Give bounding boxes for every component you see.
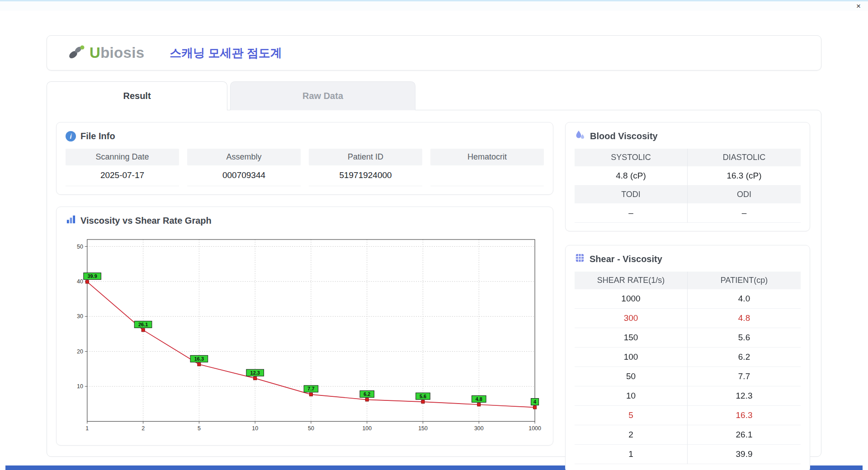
- svg-text:20: 20: [77, 348, 83, 355]
- file-info-field: Hematocrit: [430, 149, 544, 186]
- patient-viscosity-cell: 4.0: [688, 289, 801, 309]
- svg-text:30: 30: [77, 313, 83, 320]
- logo-text-u: U: [90, 44, 100, 61]
- svg-text:1000: 1000: [528, 425, 541, 432]
- bv-value-cell: –: [688, 203, 801, 223]
- patient-viscosity-cell: 16.3: [688, 406, 801, 425]
- svg-text:4: 4: [533, 399, 537, 404]
- shear-rate-cell: 10: [575, 386, 688, 406]
- bv-header-cell: TODI: [575, 186, 688, 203]
- shear-viscosity-table: SHEAR RATE(1/s)PATIENT(cp)10004.03004.81…: [575, 272, 801, 464]
- shear-rate-cell: 1: [575, 445, 688, 464]
- field-label: Assembly: [187, 149, 301, 165]
- svg-text:300: 300: [474, 425, 484, 432]
- shear-rate-cell: 300: [575, 309, 688, 328]
- graph-header: Viscosity vs Shear Rate Graph: [66, 215, 544, 226]
- table-icon: [575, 253, 585, 265]
- patient-viscosity-cell: 12.3: [688, 386, 801, 406]
- svg-text:12.3: 12.3: [250, 370, 260, 376]
- field-value: 000709344: [187, 165, 301, 186]
- logo-text: Ubiosis: [90, 44, 144, 61]
- bv-value-cell: –: [575, 203, 688, 223]
- bv-header-cell: DIASTOLIC: [688, 149, 801, 166]
- app-title: 스캐닝 모세관 점도계: [170, 45, 282, 61]
- file-info-fields: Scanning Date2025-07-17Assembly000709344…: [66, 149, 544, 186]
- file-info-header: i File Info: [66, 131, 544, 141]
- file-info-title: File Info: [80, 131, 115, 141]
- patient-viscosity-cell: 6.2: [688, 348, 801, 367]
- ubiosis-logo: Ubiosis: [67, 43, 144, 62]
- patient-viscosity-cell: 7.7: [688, 367, 801, 386]
- blood-viscosity-header: Blood Viscosity: [575, 131, 801, 141]
- svg-text:100: 100: [362, 425, 372, 432]
- field-label: Hematocrit: [430, 149, 544, 165]
- field-value: 51971924000: [309, 165, 422, 186]
- svg-text:4.8: 4.8: [476, 396, 482, 402]
- shear-viscosity-header: Shear - Viscosity: [575, 254, 801, 264]
- patient-viscosity-cell: 4.8: [688, 309, 801, 328]
- app-header: Ubiosis 스캐닝 모세관 점도계: [47, 35, 821, 70]
- shear-rate-cell: 1000: [575, 289, 688, 309]
- graph-panel: Viscosity vs Shear Rate Graph 1020304050…: [56, 207, 553, 446]
- viscosity-chart-svg: 10203040501251050100150300100039.926.116…: [66, 233, 544, 437]
- blood-viscosity-panel: Blood Viscosity SYSTOLICDIASTOLIC4.8 (cP…: [565, 122, 810, 231]
- left-column: i File Info Scanning Date2025-07-17Assem…: [56, 122, 553, 446]
- svg-text:10: 10: [77, 383, 83, 390]
- tab-result[interactable]: Result: [47, 81, 227, 110]
- blood-drop-icon: [575, 130, 585, 143]
- ubiosis-leaf-icon: [67, 43, 87, 62]
- shear-col-header: SHEAR RATE(1/s): [575, 272, 688, 289]
- svg-text:50: 50: [77, 244, 83, 250]
- field-label: Patient ID: [309, 149, 422, 165]
- info-icon: i: [66, 131, 76, 141]
- logo-text-rest: biosis: [100, 44, 144, 61]
- bv-value-cell: 4.8 (cP): [575, 166, 688, 186]
- close-icon[interactable]: ×: [856, 2, 861, 10]
- svg-text:5: 5: [198, 425, 201, 432]
- svg-text:150: 150: [418, 425, 428, 432]
- svg-text:7.7: 7.7: [307, 386, 314, 391]
- main-page: Ubiosis 스캐닝 모세관 점도계 Result Raw Data i Fi…: [0, 11, 868, 457]
- field-value: 2025-07-17: [66, 165, 179, 186]
- field-label: Scanning Date: [66, 149, 179, 165]
- window-titlebar: ×: [0, 0, 868, 11]
- bv-value-cell: 16.3 (cP): [688, 166, 801, 186]
- blood-viscosity-grid: SYSTOLICDIASTOLIC4.8 (cP)16.3 (cP)TODIOD…: [575, 149, 801, 223]
- shear-rate-cell: 2: [575, 425, 688, 445]
- patient-viscosity-cell: 26.1: [688, 425, 801, 445]
- bv-header-cell: ODI: [688, 186, 801, 203]
- svg-text:40: 40: [77, 278, 83, 285]
- bv-header-cell: SYSTOLIC: [575, 149, 688, 166]
- svg-text:50: 50: [308, 425, 314, 432]
- file-info-field: Assembly000709344: [187, 149, 301, 186]
- tab-bar: Result Raw Data: [47, 81, 821, 110]
- file-info-panel: i File Info Scanning Date2025-07-17Assem…: [56, 122, 553, 195]
- svg-text:1: 1: [85, 425, 89, 432]
- svg-text:10: 10: [252, 425, 258, 432]
- shear-rate-cell: 100: [575, 348, 688, 367]
- patient-viscosity-cell: 39.9: [688, 445, 801, 464]
- result-content: i File Info Scanning Date2025-07-17Assem…: [47, 110, 821, 457]
- svg-text:6.2: 6.2: [363, 391, 370, 397]
- graph-title: Viscosity vs Shear Rate Graph: [80, 216, 212, 226]
- svg-text:2: 2: [142, 425, 145, 432]
- svg-text:5.6: 5.6: [420, 394, 426, 399]
- svg-text:26.1: 26.1: [138, 322, 148, 327]
- shear-rate-cell: 50: [575, 367, 688, 386]
- shear-rate-cell: 150: [575, 328, 688, 348]
- blood-viscosity-title: Blood Viscosity: [590, 131, 658, 141]
- viscosity-chart: 10203040501251050100150300100039.926.116…: [66, 233, 544, 437]
- right-column: Blood Viscosity SYSTOLICDIASTOLIC4.8 (cP…: [565, 122, 810, 446]
- shear-col-header: PATIENT(cp): [688, 272, 801, 289]
- field-value: [430, 165, 544, 186]
- svg-text:16.3: 16.3: [194, 356, 204, 362]
- shear-viscosity-panel: Shear - Viscosity SHEAR RATE(1/s)PATIENT…: [565, 245, 810, 470]
- tab-raw-data[interactable]: Raw Data: [230, 81, 415, 110]
- patient-viscosity-cell: 5.6: [688, 328, 801, 348]
- shear-viscosity-title: Shear - Viscosity: [590, 254, 662, 264]
- file-info-field: Scanning Date2025-07-17: [66, 149, 179, 186]
- svg-text:39.9: 39.9: [88, 273, 97, 279]
- bar-chart-icon: [66, 214, 76, 227]
- shear-rate-cell: 5: [575, 406, 688, 425]
- file-info-field: Patient ID51971924000: [309, 149, 422, 186]
